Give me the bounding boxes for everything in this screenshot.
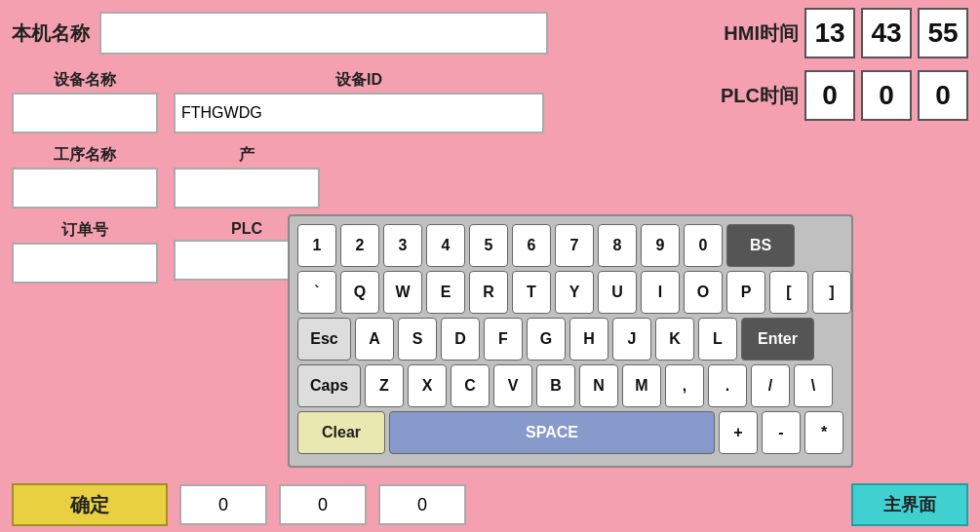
order-no-label: 订单号 <box>12 220 158 241</box>
plc-time-section: PLC时间 0 0 0 <box>721 70 968 121</box>
key-9[interactable]: 9 <box>641 224 680 267</box>
plc-time-label: PLC时间 <box>721 83 799 109</box>
key-v[interactable]: V <box>493 364 532 407</box>
key-0[interactable]: 0 <box>684 224 723 267</box>
plc-minute-box: 0 <box>861 70 912 121</box>
kb-row-asdf: Esc A S D F G H J K L Enter <box>297 318 843 361</box>
key-k[interactable]: K <box>655 318 694 361</box>
key-rbracket[interactable]: ] <box>812 271 851 314</box>
key-8[interactable]: 8 <box>598 224 637 267</box>
key-s[interactable]: S <box>398 318 437 361</box>
process-name-label: 工序名称 <box>12 145 158 166</box>
device-id-label: 设备ID <box>174 70 544 91</box>
key-star[interactable]: * <box>804 411 843 454</box>
key-bs[interactable]: BS <box>726 224 795 267</box>
key-w[interactable]: W <box>383 271 422 314</box>
machine-name-label: 本机名称 <box>12 20 90 47</box>
virtual-keyboard: 1 2 3 4 5 6 7 8 9 0 BS ` Q W E R T Y U I… <box>288 214 853 468</box>
key-i[interactable]: I <box>641 271 680 314</box>
plc-second-box: 0 <box>918 70 968 121</box>
bottom-val3: 0 <box>378 484 466 525</box>
key-o[interactable]: O <box>684 271 723 314</box>
key-3[interactable]: 3 <box>383 224 422 267</box>
order-no-input[interactable] <box>12 243 158 284</box>
key-6[interactable]: 6 <box>512 224 551 267</box>
key-5[interactable]: 5 <box>469 224 508 267</box>
kb-row-qwerty: ` Q W E R T Y U I O P [ ] <box>297 271 843 314</box>
kb-row-numbers: 1 2 3 4 5 6 7 8 9 0 BS <box>297 224 843 267</box>
key-n[interactable]: N <box>579 364 618 407</box>
device-name-input[interactable] <box>12 93 158 133</box>
key-x[interactable]: X <box>408 364 447 407</box>
key-clear[interactable]: Clear <box>297 411 385 454</box>
device-name-group: 设备名称 <box>12 70 158 133</box>
key-4[interactable]: 4 <box>426 224 465 267</box>
key-l[interactable]: L <box>698 318 737 361</box>
key-t[interactable]: T <box>512 271 551 314</box>
key-e[interactable]: E <box>426 271 465 314</box>
product-label: 产 <box>174 145 320 166</box>
key-f[interactable]: F <box>484 318 523 361</box>
key-b[interactable]: B <box>536 364 575 407</box>
key-1[interactable]: 1 <box>297 224 336 267</box>
kb-row-zxcv: Caps Z X C V B N M , . / \ <box>297 364 843 407</box>
device-id-input[interactable] <box>174 93 544 133</box>
bottom-bar: 确定 0 0 0 主界面 <box>0 477 980 532</box>
key-backtick[interactable]: ` <box>297 271 336 314</box>
process-name-input[interactable] <box>12 168 158 209</box>
hmi-hour-box: 13 <box>804 8 855 58</box>
process-name-group: 工序名称 <box>12 145 158 209</box>
hmi-second-box: 55 <box>918 8 968 58</box>
product-input[interactable] <box>174 168 320 209</box>
key-backslash[interactable]: \ <box>794 364 833 407</box>
row3: 工序名称 产 <box>0 141 980 212</box>
key-enter[interactable]: Enter <box>741 318 814 361</box>
key-2[interactable]: 2 <box>340 224 379 267</box>
key-dot[interactable]: . <box>708 364 747 407</box>
key-p[interactable]: P <box>726 271 765 314</box>
key-7[interactable]: 7 <box>555 224 594 267</box>
key-j[interactable]: J <box>612 318 651 361</box>
bottom-val2: 0 <box>279 484 367 525</box>
key-slash[interactable]: / <box>751 364 790 407</box>
key-c[interactable]: C <box>451 364 490 407</box>
hmi-minute-box: 43 <box>861 8 912 58</box>
main-ui-button[interactable]: 主界面 <box>851 483 968 526</box>
hmi-time-label: HMI时间 <box>724 20 799 47</box>
key-y[interactable]: Y <box>555 271 594 314</box>
key-esc[interactable]: Esc <box>297 318 351 361</box>
key-a[interactable]: A <box>355 318 394 361</box>
order-no-group: 订单号 <box>12 220 158 284</box>
key-lbracket[interactable]: [ <box>769 271 808 314</box>
key-u[interactable]: U <box>598 271 637 314</box>
device-name-label: 设备名称 <box>12 70 158 91</box>
row2: 设备名称 设备ID PLC时间 0 0 0 <box>0 66 980 137</box>
device-id-group: 设备ID <box>174 70 544 133</box>
confirm-button[interactable]: 确定 <box>12 483 168 526</box>
kb-row-bottom: Clear SPACE + - * <box>297 411 843 454</box>
key-m[interactable]: M <box>622 364 661 407</box>
top-bar: 本机名称 HMI时间 13 43 55 <box>0 0 980 66</box>
key-g[interactable]: G <box>527 318 566 361</box>
hmi-time-section: HMI时间 13 43 55 <box>724 8 968 58</box>
key-caps[interactable]: Caps <box>297 364 361 407</box>
key-d[interactable]: D <box>441 318 480 361</box>
key-space[interactable]: SPACE <box>389 411 715 454</box>
product-group: 产 <box>174 145 320 209</box>
bottom-val1: 0 <box>179 484 267 525</box>
key-comma[interactable]: , <box>665 364 704 407</box>
key-r[interactable]: R <box>469 271 508 314</box>
key-q[interactable]: Q <box>340 271 379 314</box>
plc-hour-box: 0 <box>804 70 855 121</box>
key-minus[interactable]: - <box>762 411 801 454</box>
key-h[interactable]: H <box>569 318 608 361</box>
machine-name-input[interactable] <box>99 12 548 55</box>
key-z[interactable]: Z <box>365 364 404 407</box>
key-plus[interactable]: + <box>719 411 758 454</box>
